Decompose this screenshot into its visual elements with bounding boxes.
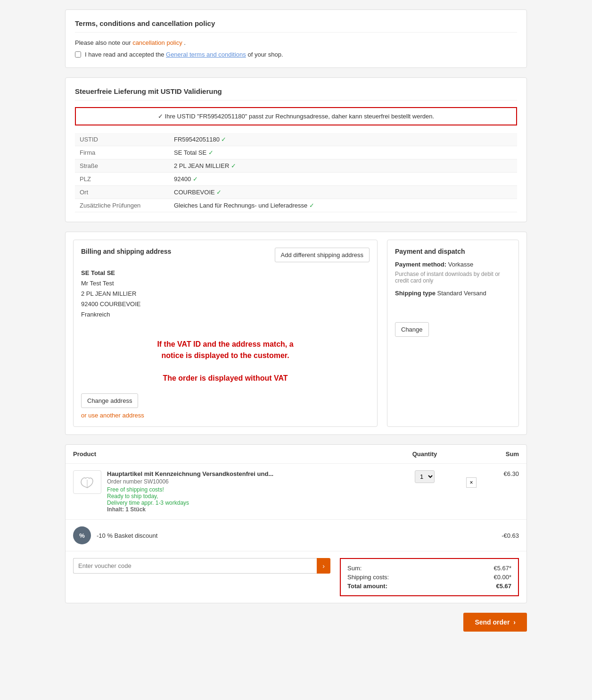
payment-note: Purchase of instant downloads by debit o… (395, 271, 511, 284)
ustid-row: Zusätzliche PrüfungenGleiches Land für R… (75, 199, 517, 212)
bottom-row: › Sum: €5.67* Shipping costs: €0.00* Tot… (66, 551, 526, 603)
product-order: Order number SW10006 (107, 478, 387, 485)
send-order-button[interactable]: Send order › (463, 613, 527, 632)
remove-product-button[interactable]: × (466, 477, 477, 488)
product-qty: 1 2 3 (387, 470, 462, 483)
voucher-input[interactable] (73, 558, 317, 574)
voucher-button[interactable]: › (317, 558, 330, 574)
ustid-row-value: SE Total SE ✓ (169, 146, 517, 159)
ustid-row-label: PLZ (75, 173, 169, 186)
payment-box: Payment and dispatch Payment method: Vor… (387, 240, 519, 427)
ustid-row-label: USTID (75, 133, 169, 146)
product-inhalt: Inhalt: 1 Stück (107, 506, 387, 513)
product-price: €6.30 × (462, 470, 519, 488)
product-ready: Ready to ship today, (107, 493, 387, 500)
cancellation-policy-link[interactable]: cancellation policy (132, 39, 182, 46)
general-terms-link[interactable]: General terms and conditions (166, 51, 246, 58)
terms-title: Terms, conditions and cancellation polic… (75, 19, 517, 33)
col-qty-header: Quantity (387, 450, 462, 458)
add-shipping-button[interactable]: Add different shipping address (275, 248, 370, 262)
total-row: Total amount: €5.67 (347, 582, 511, 591)
ustid-row-value: 2 PL JEAN MILLIER ✓ (169, 159, 517, 173)
ustid-row-value: COURBEVOIE ✓ (169, 186, 517, 199)
discount-icon: % (73, 526, 91, 544)
send-order-arrow-icon: › (513, 618, 516, 626)
ustid-row-label: Ort (75, 186, 169, 199)
ustid-row-label: Firma (75, 146, 169, 159)
terms-note: Please also note our cancellation policy… (75, 39, 517, 46)
qty-select[interactable]: 1 2 3 (415, 470, 435, 483)
ustid-row: PLZ92400 ✓ (75, 173, 517, 186)
payment-method: Payment method: Vorkasse (395, 261, 511, 268)
use-another-address-link[interactable]: or use another address (81, 412, 370, 419)
col-sum-header: Sum (462, 450, 519, 458)
discount-price: -€0.63 (462, 532, 519, 539)
discount-label: -10 % Basket discount (97, 532, 387, 539)
product-info: Hauptartikel mit Kennzeichnung Versandko… (107, 470, 387, 513)
billing-title: Billing and shipping address (81, 248, 171, 255)
product-row: Hauptartikel mit Kennzeichnung Versandko… (66, 464, 526, 520)
shipping-row: Shipping costs: €0.00* (347, 573, 511, 582)
product-delivery: Delivery time appr. 1-3 workdays (107, 500, 387, 506)
ustid-table: USTIDFR59542051180 ✓FirmaSE Total SE ✓St… (75, 133, 517, 212)
ustid-title: Steuerfreie Lieferung mit USTID Validier… (75, 87, 517, 100)
billing-payment-row: Billing and shipping address Add differe… (73, 240, 519, 427)
ustid-row-value: FR59542051180 ✓ (169, 133, 517, 146)
terms-checkbox[interactable] (75, 51, 81, 58)
terms-checkbox-row: I have read and accepted the General ter… (75, 51, 517, 58)
payment-title: Payment and dispatch (395, 248, 511, 255)
ustid-row: FirmaSE Total SE ✓ (75, 146, 517, 159)
product-free-shipping: Free of shipping costs! (107, 486, 387, 493)
change-payment-button[interactable]: Change (395, 322, 429, 337)
ustid-notice: ✓ Ihre USTID "FR59542051180" passt zur R… (75, 107, 517, 125)
annotation-box: If the VAT ID and the address match, a n… (81, 334, 370, 389)
shipping-type: Shipping type Standard Versand (395, 290, 511, 297)
terms-section: Terms, conditions and cancellation polic… (65, 9, 527, 68)
send-order-row: Send order › (65, 613, 527, 632)
product-section: Product Quantity Sum Hauptartikel mit Ke… (65, 444, 527, 603)
ustid-row-value: 92400 ✓ (169, 173, 517, 186)
product-name: Hauptartikel mit Kennzeichnung Versandko… (107, 470, 387, 477)
billing-payment-inner: Billing and shipping address Add differe… (66, 232, 526, 434)
totals-box: Sum: €5.67* Shipping costs: €0.00* Total… (340, 558, 519, 596)
col-product-header: Product (73, 450, 387, 458)
ustid-row-label: Zusätzliche Prüfungen (75, 199, 169, 212)
billing-payment-card: Billing and shipping address Add differe… (65, 232, 527, 435)
discount-row: % -10 % Basket discount -€0.63 (66, 520, 526, 551)
ustid-row: OrtCOURBEVOIE ✓ (75, 186, 517, 199)
sum-row: Sum: €5.67* (347, 564, 511, 573)
ustid-row: USTIDFR59542051180 ✓ (75, 133, 517, 146)
annotation-text: If the VAT ID and the address match, a n… (89, 339, 362, 384)
ustid-row: Straße2 PL JEAN MILLIER ✓ (75, 159, 517, 173)
voucher-area: › (73, 558, 330, 574)
billing-box: Billing and shipping address Add differe… (73, 240, 378, 427)
ustid-row-value: Gleiches Land für Rechnungs- und Liefera… (169, 199, 517, 212)
billing-address: SE Total SE Mr Test Test 2 PL JEAN MILLI… (81, 268, 370, 320)
ustid-section: Steuerfreie Lieferung mit USTID Validier… (65, 77, 527, 222)
change-address-button[interactable]: Change address (81, 393, 138, 408)
product-header: Product Quantity Sum (66, 445, 526, 464)
ustid-row-label: Straße (75, 159, 169, 173)
product-image (73, 470, 101, 494)
